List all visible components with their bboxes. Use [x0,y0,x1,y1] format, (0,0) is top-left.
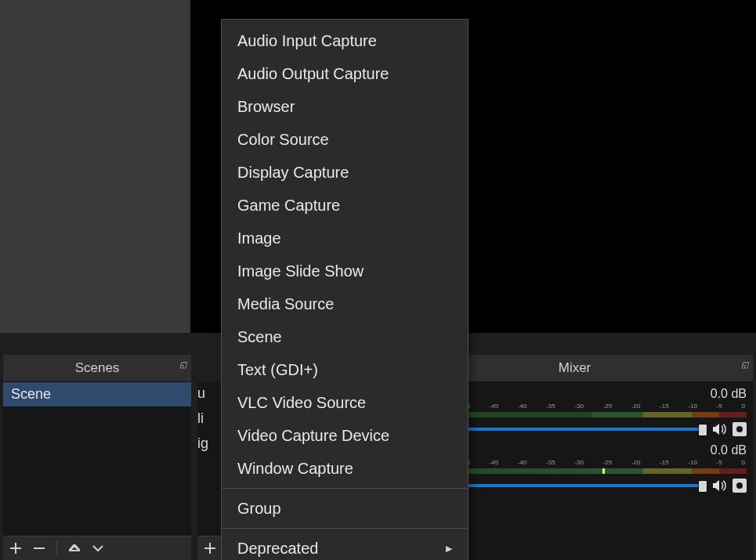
remove-scene-button[interactable] [31,540,47,556]
tick: -45 [490,403,499,410]
scenes-list[interactable]: Scene [3,382,191,536]
menu-item-audio-input-capture[interactable]: Audio Input Capture [222,24,468,57]
menu-item-image-slide-show[interactable]: Image Slide Show [222,255,468,287]
tick: -10 [688,459,697,466]
menu-item-image[interactable]: Image [222,222,468,255]
scenes-panel-title: Scenes [75,360,120,376]
mute-button[interactable] [712,478,728,493]
tick: -5 [717,459,722,466]
speaker-icon [713,423,727,435]
scenes-panel-header[interactable]: Scenes ◱ [3,355,191,382]
mixer-channel-db: 0.0 dB [711,443,747,457]
menu-item-vlc-video-source[interactable]: VLC Video Source [222,386,468,419]
menu-item-game-capture[interactable]: Game Capture [222,189,468,222]
tick: -40 [518,403,527,410]
mixer-channel-db: 0.0 dB [711,387,747,401]
add-source-button[interactable] [202,540,218,556]
menu-item-deprecated[interactable]: Deprecated▶ [222,532,468,560]
add-source-context-menu: Audio Input CaptureAudio Output CaptureB… [221,19,468,560]
menu-separator [222,488,467,489]
tick: -5 [717,403,722,410]
tick: -25 [603,459,613,466]
scene-item-label: Scene [11,386,51,402]
preview-canvas-backdrop [0,0,190,333]
tick: -30 [574,459,584,466]
mixer-options-button[interactable] [732,422,747,436]
add-scene-button[interactable] [8,540,24,556]
menu-item-color-source[interactable]: Color Source [222,123,468,156]
move-scene-down-button[interactable] [90,540,106,556]
menu-item-display-capture[interactable]: Display Capture [222,156,468,189]
menu-item-text-gdi[interactable]: Text (GDI+) [222,353,468,386]
tick: -15 [660,459,669,466]
tick: 0 [741,459,744,466]
menu-item-label: Deprecated [237,537,318,560]
scenes-toolbar [3,536,191,560]
mixer-options-button[interactable] [732,479,747,493]
scenes-panel: Scenes ◱ Scene [3,355,191,560]
chevron-down-icon [92,544,103,552]
source-item-fragment: li [197,410,204,427]
menu-item-window-capture[interactable]: Window Capture [222,452,468,485]
tick: -10 [688,403,697,410]
tick: -25 [603,403,613,410]
source-item-fragment: u [197,385,205,402]
menu-item-video-capture-device[interactable]: Video Capture Device [222,419,468,452]
menu-item-scene[interactable]: Scene [222,320,468,353]
undock-icon[interactable]: ◱ [741,360,748,369]
menu-item-group[interactable]: Group [222,492,468,525]
mixer-peak-indicator [602,468,605,474]
minus-icon [34,543,45,554]
tick: -35 [546,403,555,410]
menu-item-media-source[interactable]: Media Source [222,287,468,320]
tick: -30 [574,403,584,410]
mute-button[interactable] [712,421,728,437]
tick: -40 [518,459,527,466]
tick: -45 [490,459,499,466]
plus-icon [204,543,215,554]
slider-thumb[interactable] [698,480,707,493]
slider-thumb[interactable] [698,424,707,436]
menu-separator [222,528,467,529]
svg-rect-0 [34,547,45,549]
toolbar-separator [56,541,57,555]
speaker-icon [713,479,727,492]
plus-icon [10,543,21,554]
tick: -15 [660,403,669,410]
undock-icon[interactable]: ◱ [179,360,186,369]
chevron-up-icon [69,544,80,552]
tick: -20 [631,403,641,410]
menu-item-audio-output-capture[interactable]: Audio Output Capture [222,57,468,90]
scene-item[interactable]: Scene [3,382,191,406]
menu-item-browser[interactable]: Browser [222,90,468,123]
submenu-arrow-icon: ▶ [446,542,452,555]
mixer-panel-title: Mixer [559,360,591,376]
tick: 0 [741,403,744,410]
tick: -35 [546,459,555,466]
tick: -20 [631,459,641,466]
source-item-fragment: ig [197,435,208,452]
move-scene-up-button[interactable] [67,540,82,556]
